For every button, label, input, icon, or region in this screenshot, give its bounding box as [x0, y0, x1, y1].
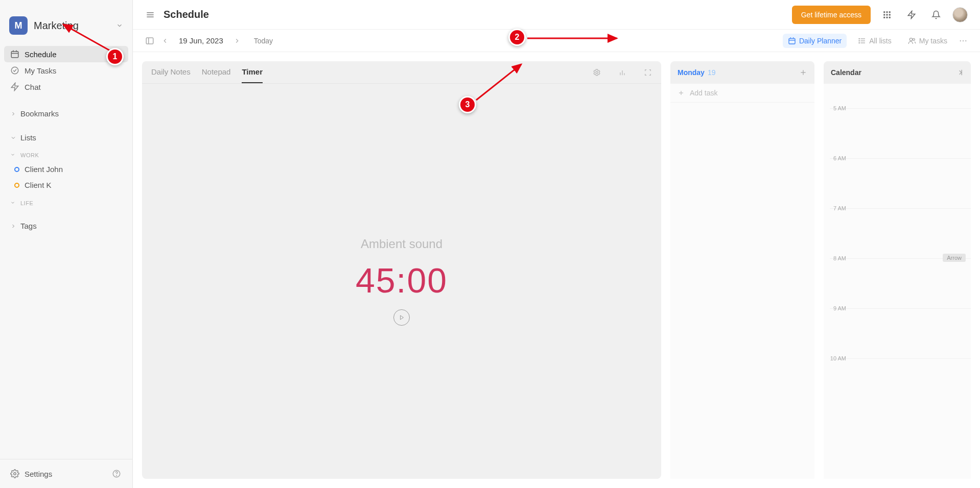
workspace-switcher[interactable]: M Marketing [0, 10, 132, 44]
view-daily-planner-button[interactable]: Daily Planner [783, 34, 847, 48]
expand-icon[interactable] [644, 68, 652, 77]
hour-label: 5 AM [828, 105, 846, 111]
today-button[interactable]: Today [254, 37, 273, 45]
calendar-panel: Calendar 5 AM 6 AM 7 AM 8 AM Arrow 9 AM … [824, 61, 971, 479]
help-button[interactable] [109, 466, 124, 481]
topbar: Schedule Get lifetime access [133, 0, 980, 30]
sidebar-item-label: Client John [25, 165, 63, 174]
sidebar-item-schedule[interactable]: Schedule [4, 46, 128, 62]
stats-icon[interactable] [618, 68, 626, 77]
svg-point-34 [909, 38, 912, 40]
tab-timer[interactable]: Timer [242, 61, 263, 83]
svg-rect-15 [883, 14, 885, 15]
collapse-icon[interactable] [954, 68, 964, 77]
svg-rect-20 [889, 16, 891, 18]
date-display[interactable]: 19 Jun, 2023 [176, 36, 226, 45]
svg-rect-14 [889, 11, 891, 13]
svg-marker-43 [401, 315, 404, 320]
sidebar-item-client-john[interactable]: Client John [4, 161, 128, 177]
prev-date-button[interactable] [159, 35, 171, 46]
add-task-input[interactable]: Add task [670, 84, 814, 103]
svg-rect-13 [886, 11, 888, 13]
svg-rect-17 [889, 14, 891, 15]
hour-row: 9 AM [830, 308, 971, 358]
apps-grid-icon[interactable] [879, 7, 895, 23]
svg-point-37 [963, 40, 964, 41]
svg-point-36 [960, 40, 961, 41]
hour-row: 7 AM [830, 208, 971, 258]
svg-rect-18 [883, 16, 885, 18]
hour-row: 6 AM [830, 158, 971, 208]
tab-notepad[interactable]: Notepad [202, 61, 231, 83]
sidebar-item-chat[interactable]: Chat [4, 79, 128, 95]
chevron-right-icon [10, 223, 16, 229]
svg-point-35 [913, 38, 915, 40]
play-button[interactable] [393, 309, 410, 326]
sidebar-item-my-tasks[interactable]: My Tasks [4, 62, 128, 79]
hour-label: 6 AM [828, 155, 846, 161]
hour-label: 7 AM [828, 205, 846, 211]
bookmarks-section-header[interactable]: Bookmarks [4, 106, 128, 121]
hour-row: 8 AM Arrow [830, 258, 971, 308]
ambient-sound-label[interactable]: Ambient sound [361, 237, 442, 251]
group-label: WORK [20, 152, 39, 158]
panel-tabs: Daily Notes Notepad Timer [142, 61, 661, 84]
section-label: Tags [20, 222, 37, 230]
svg-marker-5 [11, 83, 18, 91]
timer-display: 45:00 [356, 260, 448, 300]
lightning-icon [10, 82, 19, 91]
calendar-timeline[interactable]: 5 AM 6 AM 7 AM 8 AM Arrow 9 AM 10 AM [824, 84, 971, 479]
chevron-down-icon [10, 135, 16, 141]
get-lifetime-access-button[interactable]: Get lifetime access [792, 6, 871, 24]
plus-icon[interactable] [799, 68, 807, 77]
svg-point-6 [14, 473, 16, 475]
view-all-lists-button[interactable]: All lists [853, 34, 897, 48]
menu-icon[interactable] [145, 10, 155, 20]
sidebar: M Marketing Schedule My Tasks [0, 0, 133, 488]
view-my-tasks-button[interactable]: My tasks [903, 34, 952, 48]
chevron-right-icon [10, 111, 16, 117]
hour-label: 8 AM [828, 255, 846, 261]
avatar[interactable] [952, 7, 968, 22]
tags-section-header[interactable]: Tags [4, 218, 128, 233]
work-group-header[interactable]: WORK [4, 149, 128, 161]
plus-icon [678, 89, 685, 96]
sidebar-item-label: My Tasks [25, 66, 56, 75]
next-date-button[interactable] [231, 35, 243, 46]
sidebar-item-label: Schedule [25, 50, 57, 59]
client-dot-icon [14, 183, 19, 188]
more-options-icon[interactable] [959, 36, 968, 45]
group-label: LIFE [20, 200, 33, 206]
day-number: 19 [708, 68, 716, 77]
content-row: Daily Notes Notepad Timer Ambient so [133, 52, 980, 488]
sidebar-item-label: Settings [25, 470, 52, 478]
chevron-down-icon [10, 152, 16, 158]
lightning-icon[interactable] [903, 7, 920, 23]
panel-toggle-icon[interactable] [145, 36, 154, 45]
svg-point-4 [11, 67, 18, 74]
chevron-down-icon [116, 22, 123, 29]
toolbar: 19 Jun, 2023 Today Daily Planner All lis… [133, 30, 980, 52]
svg-point-38 [965, 40, 966, 41]
svg-rect-22 [146, 38, 153, 44]
view-label: Daily Planner [799, 37, 842, 45]
svg-rect-0 [11, 52, 18, 58]
tab-daily-notes[interactable]: Daily Notes [151, 61, 191, 83]
task-list-empty [670, 103, 814, 479]
gear-icon [10, 469, 19, 478]
gear-icon[interactable] [593, 68, 601, 77]
sidebar-item-client-k[interactable]: Client K [4, 177, 128, 193]
client-dot-icon [14, 167, 19, 172]
add-task-placeholder: Add task [690, 89, 717, 97]
svg-rect-24 [789, 38, 795, 44]
life-group-header[interactable]: LIFE [4, 197, 128, 209]
bell-icon[interactable] [928, 7, 944, 23]
hour-row: 5 AM [830, 108, 971, 158]
calendar-icon [10, 50, 19, 59]
svg-rect-16 [886, 14, 888, 15]
sidebar-item-settings[interactable]: Settings [4, 466, 109, 482]
svg-marker-21 [908, 11, 915, 18]
lists-section-header[interactable]: Lists [4, 130, 128, 145]
sidebar-item-label: Client K [25, 181, 52, 189]
svg-point-32 [859, 40, 859, 41]
